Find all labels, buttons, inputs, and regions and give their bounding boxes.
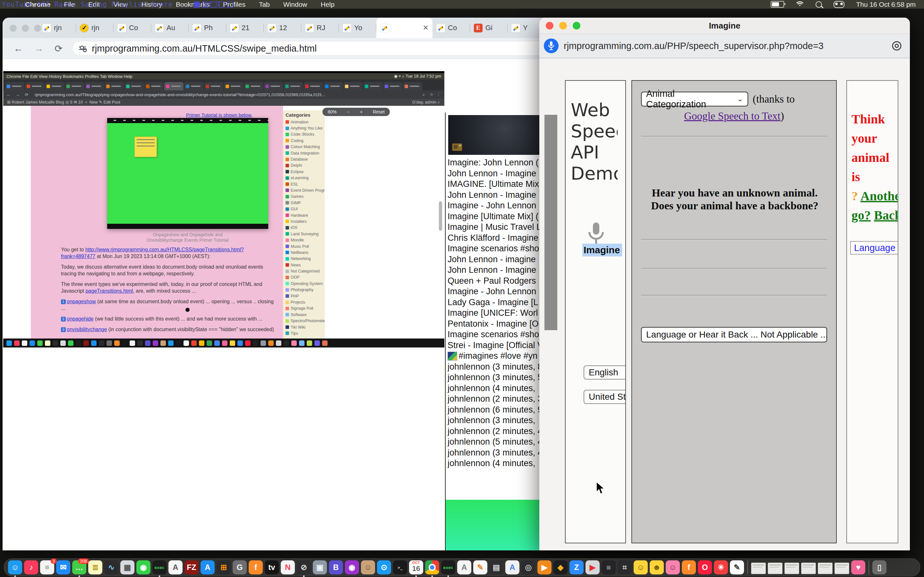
- go-link[interactable]: Another: [861, 189, 898, 203]
- media-list-item[interactable]: Imagine [UNICEF: Worl: [447, 308, 543, 319]
- microphone-icon[interactable]: [544, 39, 559, 53]
- category-item[interactable]: News: [286, 262, 325, 268]
- minimized-window-thumbnail[interactable]: [835, 562, 849, 574]
- media-list-item[interactable]: johnlennon (2 minutes, 3: [447, 394, 543, 405]
- category-item[interactable]: Event-Driven Programming: [286, 187, 325, 193]
- calendar-icon[interactable]: OCT16: [409, 560, 423, 574]
- emoji-app-1-icon[interactable]: ☺: [634, 560, 648, 574]
- category-item[interactable]: Installers: [286, 218, 325, 224]
- keyboard-viewer-icon[interactable]: ▤: [489, 560, 503, 574]
- media-list-item[interactable]: Imagine scenarios #sho: [447, 329, 543, 340]
- media-list-item[interactable]: John Lennon - imagine: [447, 254, 543, 265]
- close-traffic-light[interactable]: [546, 22, 553, 29]
- category-item[interactable]: iOS: [286, 225, 325, 231]
- keys-app-icon[interactable]: ⌗: [618, 560, 632, 574]
- blog-link[interactable]: pageTransitions.html: [86, 288, 133, 293]
- media-list-item[interactable]: Imagine scenarios #sho: [447, 243, 543, 254]
- media-list-item[interactable]: Imagine [Ultimate Mix] (: [447, 211, 543, 222]
- battery-icon[interactable]: [771, 1, 784, 8]
- media-list-item[interactable]: Imagine | Music Travel L: [447, 222, 543, 233]
- black-app-icon[interactable]: ◆: [553, 560, 567, 574]
- media-list-item[interactable]: johnlennon (5 minutes, 4: [447, 437, 543, 448]
- podcasts-icon[interactable]: ◉: [345, 560, 359, 574]
- textedit-icon[interactable]: A: [168, 560, 183, 574]
- filezilla-icon[interactable]: FZ: [184, 560, 199, 574]
- media-list-item[interactable]: John Lennon - Imagine: [447, 190, 543, 201]
- menu-clock[interactable]: Thu 16 Oct 6:58 pm: [856, 1, 916, 8]
- minimized-window-thumbnail[interactable]: [818, 562, 833, 574]
- menu-help[interactable]: Help: [321, 1, 334, 8]
- firefox-icon[interactable]: f: [249, 560, 263, 574]
- media-list-item[interactable]: johnlennon (4 minutes,: [447, 458, 543, 469]
- opera-icon[interactable]: O: [698, 560, 712, 574]
- pinwheel-app-icon[interactable]: ✳: [714, 560, 728, 574]
- browser-tab[interactable]: Yo: [339, 18, 376, 38]
- media-list-item[interactable]: #imagines #love #yn: [447, 351, 543, 362]
- notes-icon[interactable]: ≣: [88, 560, 102, 574]
- messages-icon[interactable]: …208: [72, 560, 86, 574]
- browser-tab[interactable]: 21: [226, 18, 264, 38]
- quicktime-icon[interactable]: ▶: [586, 560, 599, 574]
- firefox-2-icon[interactable]: f: [682, 560, 696, 574]
- category-item[interactable]: Operating System: [286, 280, 325, 287]
- minimized-window-thumbnail[interactable]: [801, 562, 816, 574]
- category-item[interactable]: GIMP: [286, 200, 325, 206]
- category-item[interactable]: Games: [286, 193, 325, 200]
- google-speech-link[interactable]: Google Speech to Text: [684, 110, 780, 122]
- media-list-item[interactable]: johnlennon (3 minutes, 5: [447, 372, 543, 383]
- pages-icon[interactable]: ✎: [473, 560, 487, 574]
- category-item[interactable]: Coding: [286, 137, 325, 143]
- category-item[interactable]: Delphi: [286, 163, 325, 169]
- browser-tab[interactable]: rjn: [39, 18, 76, 38]
- menu-window[interactable]: Window: [283, 1, 307, 8]
- zoom-in-button[interactable]: +: [360, 109, 363, 114]
- contacts-icon[interactable]: ☺: [361, 560, 375, 574]
- blog-link[interactable]: onpageshow: [67, 299, 96, 304]
- zoom-reset-button[interactable]: Reset: [373, 109, 384, 114]
- category-item[interactable]: Networking: [286, 256, 325, 262]
- news-icon[interactable]: N: [281, 560, 295, 574]
- exec-terminal-2-icon[interactable]: exec: [441, 560, 455, 574]
- emoji-app-3-icon[interactable]: ☺: [666, 560, 680, 574]
- category-item[interactable]: Tiki Wiki: [286, 324, 325, 330]
- category-item[interactable]: Eclipse: [286, 169, 325, 175]
- emoji-app-2-icon[interactable]: ☻: [650, 560, 664, 574]
- screen-loupe-icon[interactable]: ◎: [521, 560, 535, 574]
- browser-tab[interactable]: Co: [113, 18, 151, 38]
- category-item[interactable]: Signage Poll: [286, 306, 325, 311]
- terminal-icon[interactable]: >_: [393, 560, 407, 574]
- forward-button[interactable]: →: [34, 43, 44, 54]
- category-item[interactable]: Not Categorised: [286, 268, 325, 274]
- zoom-icon[interactable]: Z: [569, 560, 583, 574]
- browser-tab[interactable]: Au: [151, 18, 189, 38]
- united-states-select[interactable]: United States: [583, 390, 626, 404]
- go-link[interactable]: go?: [851, 208, 871, 222]
- category-item[interactable]: OOP: [286, 274, 325, 280]
- image-capture-icon[interactable]: ▣: [313, 560, 327, 574]
- browser-tab[interactable]: Gi: [470, 18, 507, 38]
- imagine-left-scroll-strip[interactable]: [544, 115, 557, 330]
- category-item[interactable]: PHP: [286, 293, 325, 299]
- media-list-item[interactable]: johnlennon (2 minutes, 4: [447, 426, 543, 437]
- facetime-icon[interactable]: ◉: [136, 560, 150, 574]
- category-item[interactable]: Moodle: [286, 237, 325, 243]
- category-item[interactable]: Tips: [286, 330, 325, 336]
- category-item[interactable]: Spectro/Photometer: [286, 318, 325, 324]
- app-store-icon[interactable]: A: [200, 560, 215, 574]
- orange-app-icon[interactable]: ▶: [537, 560, 551, 574]
- apple-tv-icon[interactable]: tv: [265, 560, 279, 574]
- tab-close-icon[interactable]: ✕: [423, 24, 429, 32]
- category-item[interactable]: Anything You Like: [286, 125, 325, 131]
- dark-box-app-icon[interactable]: ■: [602, 560, 615, 574]
- browser-tab[interactable]: RJ: [301, 18, 339, 38]
- category-item[interactable]: Projects: [286, 299, 325, 305]
- exec-terminal-icon[interactable]: exec: [152, 560, 166, 574]
- category-item[interactable]: NetBeans: [286, 250, 325, 255]
- category-item[interactable]: Colour Matching: [286, 144, 325, 150]
- media-list-item[interactable]: Queen + Paul Rodgers: [447, 276, 543, 287]
- pink-app-icon[interactable]: ♥: [851, 560, 865, 574]
- launchpad-icon[interactable]: ▦: [120, 560, 134, 574]
- minimize-traffic-light[interactable]: [559, 22, 567, 29]
- media-list-item[interactable]: Imagine: John Lennon (: [447, 157, 543, 168]
- media-list-item[interactable]: johnlennon (6 minutes, 9: [447, 405, 543, 416]
